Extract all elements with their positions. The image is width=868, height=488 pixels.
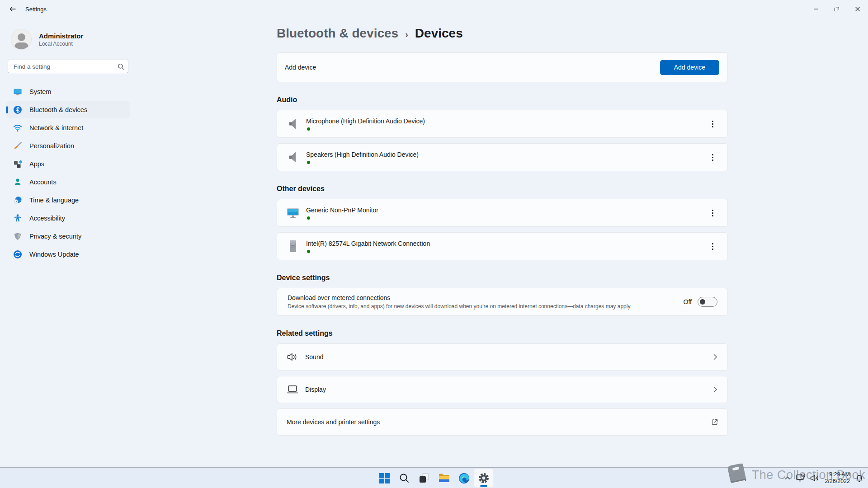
section-title-related-settings: Related settings	[277, 329, 728, 338]
taskbar-search-button[interactable]	[394, 469, 414, 488]
sidebar-item-label: Accessibility	[29, 215, 65, 222]
window-title: Settings	[25, 6, 47, 13]
device-name: Generic Non-PnP Monitor	[306, 206, 378, 214]
display-icon	[286, 385, 299, 394]
personalization-icon	[13, 141, 22, 150]
close-icon	[855, 6, 860, 12]
volume-button[interactable]	[808, 469, 822, 487]
sidebar-item-label: Network & internet	[29, 124, 83, 131]
task-view-button[interactable]	[414, 469, 434, 488]
page-title: Devices	[415, 26, 463, 41]
metered-toggle-description: Device software (drivers, info, and apps…	[288, 303, 630, 310]
section-title-device-settings: Device settings	[277, 274, 728, 282]
avatar	[11, 29, 32, 50]
breadcrumb-separator: ›	[405, 29, 408, 40]
sidebar-item-label: Windows Update	[29, 251, 79, 258]
chevron-up-icon	[784, 474, 791, 482]
notifications-button[interactable]	[853, 469, 866, 487]
add-device-button[interactable]: Add device	[660, 60, 719, 75]
network-display-icon	[796, 474, 806, 483]
bluetooth-icon	[13, 105, 22, 114]
add-device-row: Add device Add device	[277, 52, 728, 82]
search-input[interactable]	[14, 63, 118, 70]
tray-time: 9:29 AM	[825, 471, 850, 478]
sidebar-item-label: Bluetooth & devices	[29, 106, 87, 113]
sidebar-item-label: Accounts	[29, 178, 57, 186]
related-row-sound[interactable]: Sound	[277, 343, 728, 371]
add-device-label: Add device	[285, 64, 316, 71]
sidebar-item-accounts[interactable]: Accounts	[6, 174, 130, 191]
section-title-other-devices: Other devices	[277, 185, 728, 193]
sidebar-item-apps[interactable]: Apps	[6, 155, 130, 173]
hidden-icons-button[interactable]	[782, 469, 793, 487]
system-icon	[13, 87, 22, 96]
accounts-icon	[13, 178, 22, 187]
section-title-audio: Audio	[277, 96, 728, 104]
windows-update-icon	[13, 250, 22, 259]
more-options-button[interactable]	[706, 205, 719, 221]
metered-connections-row: Download over metered connections Device…	[277, 288, 728, 316]
device-row-speakers[interactable]: Speakers (High Definition Audio Device)	[277, 143, 728, 171]
sidebar-item-label: Privacy & security	[29, 233, 81, 240]
user-role: Local Account	[39, 41, 83, 47]
sidebar-item-system[interactable]: System	[6, 83, 130, 100]
external-link-icon	[711, 418, 718, 426]
status-dot	[307, 127, 310, 131]
breadcrumb-parent[interactable]: Bluetooth & devices	[277, 26, 398, 41]
sidebar-item-personalization[interactable]: Personalization	[6, 137, 130, 155]
titlebar: Settings	[0, 0, 868, 18]
restore-button[interactable]	[826, 0, 847, 18]
user-account[interactable]: Administrator Local Account	[11, 29, 136, 50]
start-button[interactable]	[374, 469, 394, 488]
tray-date: 2/26/2022	[825, 478, 850, 485]
sidebar-item-network-internet[interactable]: Network & internet	[6, 119, 130, 136]
minimize-icon	[813, 6, 819, 12]
related-label: Display	[305, 386, 326, 393]
network-status-button[interactable]	[793, 469, 808, 487]
clock[interactable]: 9:29 AM 2/26/2022	[822, 471, 853, 485]
related-row-display[interactable]: Display	[277, 376, 728, 403]
sidebar-item-time-language[interactable]: Time & language	[6, 192, 130, 209]
device-row-monitor[interactable]: Generic Non-PnP Monitor	[277, 199, 728, 227]
toggle-knob	[700, 299, 705, 305]
sidebar-item-bluetooth-devices[interactable]: Bluetooth & devices	[6, 101, 130, 118]
related-row-more-devices-printers[interactable]: More devices and printer settings	[277, 408, 728, 436]
speaker-icon	[286, 118, 300, 130]
more-options-button[interactable]	[706, 150, 719, 165]
sidebar-item-label: Personalization	[29, 142, 74, 150]
sound-icon	[286, 352, 299, 362]
speaker-icon	[286, 151, 300, 163]
notifications-bell-icon	[855, 474, 864, 483]
main-content: Bluetooth & devices › Devices Add device…	[136, 18, 868, 467]
metered-connections-toggle[interactable]	[698, 297, 717, 307]
device-row-microphone[interactable]: Microphone (High Definition Audio Device…	[277, 110, 728, 138]
file-explorer-button[interactable]	[434, 469, 454, 488]
more-options-button[interactable]	[706, 116, 719, 131]
accessibility-icon	[13, 214, 22, 223]
time-language-icon	[13, 196, 22, 205]
search-icon	[118, 63, 124, 70]
window-controls	[806, 0, 868, 18]
toggle-state-label: Off	[684, 298, 692, 305]
back-button[interactable]	[4, 1, 22, 17]
edge-button[interactable]	[454, 469, 474, 488]
minimize-button[interactable]	[806, 0, 826, 18]
settings-taskbar-button[interactable]	[474, 469, 494, 488]
sidebar-item-privacy-security[interactable]: Privacy & security	[6, 228, 130, 245]
apps-icon	[13, 160, 22, 169]
device-name: Speakers (High Definition Audio Device)	[306, 151, 419, 158]
search-box[interactable]	[8, 60, 128, 73]
breadcrumb: Bluetooth & devices › Devices	[277, 26, 868, 41]
settings-gear-icon	[478, 472, 490, 484]
status-dot	[307, 216, 310, 220]
more-options-button[interactable]	[706, 239, 719, 254]
restore-icon	[834, 6, 840, 12]
sidebar: Administrator Local Account System Bluet	[0, 18, 136, 467]
device-row-network-adapter[interactable]: Intel(R) 82574L Gigabit Network Connecti…	[277, 232, 728, 260]
privacy-shield-icon	[13, 232, 22, 241]
chevron-right-icon	[712, 386, 718, 393]
sidebar-item-accessibility[interactable]: Accessibility	[6, 210, 130, 227]
close-button[interactable]	[847, 0, 868, 18]
sidebar-item-label: Apps	[29, 160, 44, 168]
sidebar-item-windows-update[interactable]: Windows Update	[6, 246, 130, 263]
